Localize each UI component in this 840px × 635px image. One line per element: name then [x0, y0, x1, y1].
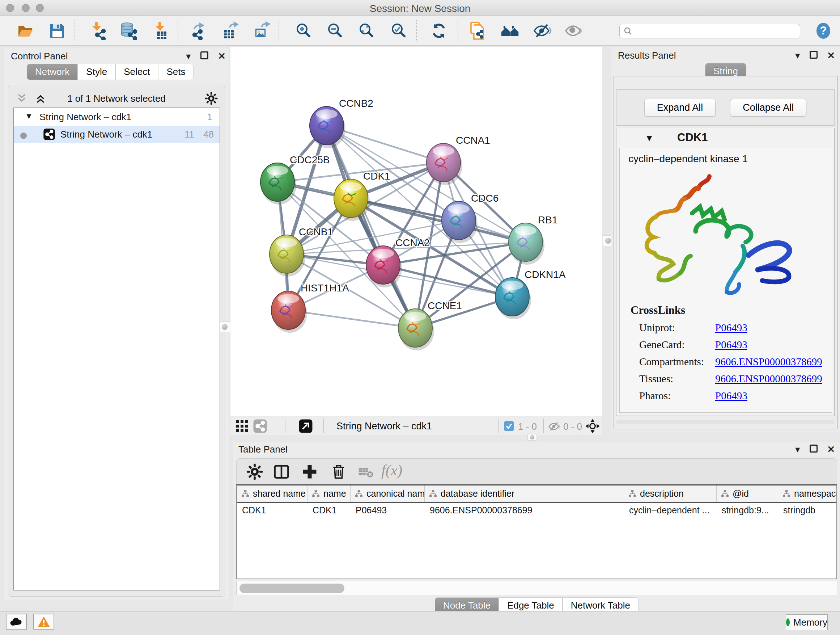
collection-expander-icon[interactable]: ▼	[25, 111, 33, 121]
import-table-icon[interactable]	[151, 21, 170, 40]
network-tree: ▼ String Network – cdk1 1 String Network…	[13, 108, 220, 591]
network-options-gear-icon[interactable]	[204, 92, 218, 107]
import-network-icon[interactable]	[88, 21, 107, 40]
hidden-count: 0 - 0	[563, 421, 582, 432]
string-results-body: Expand All Collapse All ▼ CDK1 cyclin–de…	[614, 76, 838, 429]
column-header-database-identifier[interactable]: database identifier	[425, 486, 624, 502]
add-column-icon[interactable]	[301, 463, 318, 480]
help-icon[interactable]: ?	[814, 21, 833, 40]
zoom-in-icon[interactable]	[294, 21, 313, 40]
memory-button[interactable]: Memory	[786, 614, 828, 630]
network-selection-status: 1 of 1 Network selected	[8, 93, 225, 104]
network-view[interactable]: CCNB2CCNA1CDC25BCDK1CDC6RB1CCNB1CCNA2CDK…	[231, 47, 602, 435]
table-cell: cyclin–dependent ...	[624, 503, 717, 517]
network-collection-row[interactable]: ▼ String Network – cdk1 1	[14, 108, 219, 126]
selected-checkbox-icon[interactable]	[504, 421, 515, 433]
node-label-CDC6: CDC6	[471, 193, 499, 204]
crosslink-link[interactable]: P06493	[715, 390, 747, 402]
column-header-shared-name[interactable]: shared name	[237, 486, 308, 502]
network-node-CDC25B[interactable]: CDC25B	[261, 154, 330, 204]
crosslink-row: GeneCard:P06493	[639, 339, 822, 351]
table-panel-maximize-icon[interactable]	[810, 445, 818, 453]
results-panel-float-icon[interactable]: ▾	[795, 50, 800, 61]
network-row[interactable]: String Network – cdk1 11 48	[14, 126, 219, 143]
table-horizontal-scrollbar[interactable]	[236, 581, 837, 595]
tab-sets[interactable]: Sets	[158, 64, 194, 80]
network-node-CCNB2[interactable]: CCNB2	[309, 98, 373, 148]
export-network-icon[interactable]	[189, 21, 208, 40]
network-node-CDKN1A[interactable]: CDKN1A	[495, 269, 566, 319]
show-all-icon[interactable]	[564, 21, 583, 40]
crosslink-link[interactable]: 9606.ENSP00000378699	[715, 373, 822, 385]
results-panel-maximize-icon[interactable]	[810, 51, 818, 59]
hide-selected-icon[interactable]	[533, 21, 552, 40]
tab-select[interactable]: Select	[115, 64, 158, 80]
crosslink-link[interactable]: P06493	[715, 339, 747, 351]
toolbar-search[interactable]	[619, 24, 800, 38]
zoom-fit-content-icon[interactable]	[357, 21, 376, 40]
network-node-CCNE1[interactable]: CCNE1	[398, 300, 462, 350]
apply-preferred-layout-icon[interactable]	[429, 21, 448, 40]
node-navigation-crosshair-icon[interactable]	[585, 418, 600, 435]
column-header-namespace[interactable]: namespace	[778, 486, 837, 502]
export-image-icon[interactable]	[253, 21, 271, 40]
results-scrollbar[interactable]	[616, 420, 835, 424]
zoom-selected-icon[interactable]	[390, 21, 409, 40]
column-header-canonical-name[interactable]: canonical name	[351, 486, 425, 502]
view-mode-share-icon[interactable]	[253, 419, 267, 435]
table-cell: CDK1	[308, 503, 351, 517]
open-session-icon[interactable]	[16, 21, 35, 40]
bottom-splitter-handle[interactable]	[527, 434, 537, 440]
delete-table-icon	[357, 463, 375, 480]
cloud-status-button[interactable]	[6, 614, 27, 630]
collapse-all-button[interactable]: Collapse All	[730, 99, 806, 117]
import-network-from-database-icon[interactable]	[119, 21, 138, 40]
column-header--id[interactable]: @id	[717, 486, 778, 502]
gene-card-expander-icon[interactable]: ▼	[645, 133, 654, 144]
first-neighbors-icon[interactable]	[501, 21, 520, 40]
column-header-name[interactable]: name	[308, 486, 351, 502]
clone-network-icon[interactable]	[469, 21, 488, 40]
table-scroll-thumb[interactable]	[240, 584, 344, 593]
control-panel-close-icon[interactable]: ✕	[218, 51, 226, 62]
warnings-button[interactable]	[33, 614, 54, 630]
network-node-CCNB1[interactable]: CCNB1	[270, 226, 333, 277]
delete-column-icon[interactable]	[330, 463, 347, 480]
results-panel-close-icon[interactable]: ✕	[827, 50, 835, 61]
gene-card-cdk1: ▼ CDK1 cyclin–dependent kinase 1	[616, 128, 835, 416]
network-node-HIST1H1A[interactable]: HIST1H1A	[271, 282, 349, 333]
function-builder-icon: f(x)	[381, 462, 402, 479]
network-node-RB1[interactable]: RB1	[508, 214, 557, 264]
tab-style[interactable]: Style	[78, 64, 115, 80]
node-label-CDC25B: CDC25B	[290, 154, 330, 165]
network-graph[interactable]: CCNB2CCNA1CDC25BCDK1CDC6RB1CCNB1CCNA2CDK…	[231, 47, 602, 416]
crosslink-link[interactable]: P06493	[715, 322, 747, 334]
column-header-description[interactable]: description	[624, 486, 717, 502]
left-splitter-handle[interactable]	[219, 321, 230, 333]
window-title: Session: New Session	[0, 3, 840, 14]
grid-mode-icon[interactable]	[235, 420, 248, 434]
control-panel-maximize-icon[interactable]	[201, 51, 208, 59]
search-icon	[623, 27, 633, 36]
control-panel-float-icon[interactable]: ▾	[186, 51, 191, 62]
node-table-grid[interactable]: shared namenamecanonical namedatabase id…	[236, 485, 837, 579]
show-column-icon[interactable]	[273, 463, 290, 480]
expand-all-button[interactable]: Expand All	[644, 99, 716, 117]
table-panel-close-icon[interactable]: ✕	[827, 444, 835, 455]
zoom-out-icon[interactable]	[326, 21, 345, 40]
network-node-CDK1[interactable]: CDK1	[334, 171, 390, 221]
network-node-CDC6[interactable]: CDC6	[442, 193, 499, 243]
table-options-gear-icon[interactable]	[246, 463, 264, 480]
export-table-icon[interactable]	[221, 21, 240, 40]
table-row[interactable]: CDK1CDK1P064939606.ENSP00000378699cyclin…	[237, 503, 836, 517]
table-panel-float-icon[interactable]: ▾	[795, 444, 800, 455]
network-node-CCNA1[interactable]: CCNA1	[426, 135, 490, 185]
network-edge-HIST1H1A-CCNE1[interactable]	[288, 310, 415, 328]
protein-structure-image	[634, 170, 815, 304]
collection-name: String Network – cdk1	[39, 111, 131, 123]
birds-eye-view-icon[interactable]	[298, 419, 313, 435]
tab-network[interactable]: Network	[27, 64, 78, 80]
save-session-icon[interactable]	[48, 21, 66, 40]
search-input[interactable]	[633, 26, 788, 36]
crosslink-link[interactable]: 9606.ENSP00000378699	[715, 356, 822, 368]
